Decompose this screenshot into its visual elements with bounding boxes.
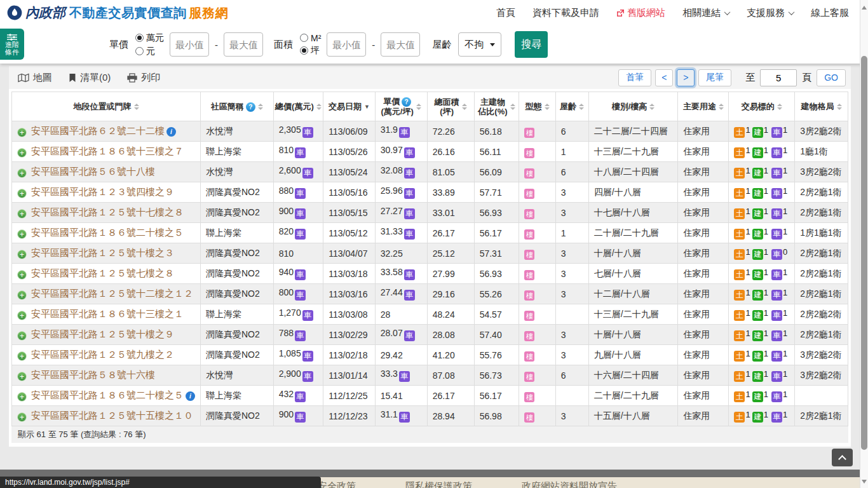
address-link[interactable]: 安平區國平北路１８６號二十樓之５ bbox=[31, 390, 184, 400]
address-link[interactable]: 安平區國平北路１２５號十樓之９ bbox=[31, 329, 174, 339]
last-page-button[interactable]: 尾筆 bbox=[698, 69, 731, 86]
nav-related-links[interactable]: 相關連結 bbox=[682, 7, 729, 19]
expand-plus-icon[interactable]: + bbox=[17, 250, 27, 259]
column-header-8[interactable]: 屋齡 bbox=[555, 92, 588, 121]
address-link[interactable]: 安平區國平北路１２５號十樓之３ bbox=[31, 247, 174, 258]
expand-plus-icon[interactable]: + bbox=[17, 392, 27, 402]
address-link[interactable]: 安平區國平北路５６號十八樓 bbox=[31, 166, 155, 177]
nav-download[interactable]: 資料下載及申請 bbox=[532, 7, 599, 19]
sort-icon[interactable] bbox=[462, 104, 467, 110]
area-max-input[interactable] bbox=[381, 32, 420, 57]
type-cell: 樓 bbox=[519, 203, 556, 223]
scrollbar-down-icon[interactable] bbox=[862, 480, 867, 484]
column-header-3[interactable]: 交易日期▼ bbox=[323, 92, 375, 121]
address-link[interactable]: 安平區國平北路１８６號二十樓之５ bbox=[31, 227, 184, 238]
expand-plus-icon[interactable]: + bbox=[17, 229, 27, 239]
nav-support[interactable]: 支援服務 bbox=[747, 7, 794, 19]
scrollbar-up-icon[interactable] bbox=[862, 6, 867, 10]
page-number-input[interactable] bbox=[760, 69, 797, 86]
address-link[interactable]: 安平區國平北路１２５號九樓之２ bbox=[31, 349, 174, 360]
column-header-9[interactable]: 樓別/樓高 bbox=[588, 92, 678, 121]
scrollbar-thumb[interactable] bbox=[861, 56, 867, 450]
expand-plus-icon[interactable]: + bbox=[17, 189, 27, 198]
expand-plus-icon[interactable]: + bbox=[17, 311, 27, 320]
address-link[interactable]: 安平區國平北路６２號二十二樓 bbox=[31, 125, 165, 136]
info-icon[interactable]: i bbox=[186, 391, 195, 401]
next-page-button[interactable]: > bbox=[677, 69, 695, 86]
expand-plus-icon[interactable]: + bbox=[17, 128, 27, 137]
column-header-5[interactable]: 總面積(坪) bbox=[427, 92, 474, 121]
prev-page-button[interactable]: < bbox=[655, 69, 673, 86]
expand-plus-icon[interactable]: + bbox=[17, 209, 27, 219]
age-select[interactable]: 不拘 bbox=[458, 32, 501, 57]
radio-wan-yuan[interactable]: 萬元 bbox=[135, 32, 164, 44]
expand-plus-icon[interactable]: + bbox=[17, 372, 27, 381]
column-header-4[interactable]: 單價?(萬元/坪) bbox=[375, 92, 427, 121]
expand-plus-icon[interactable]: + bbox=[17, 270, 27, 280]
address-link[interactable]: 安平區國平北路１２３號四樓之９ bbox=[31, 186, 174, 197]
print-button[interactable]: 列印 bbox=[127, 72, 160, 84]
expand-plus-icon[interactable]: + bbox=[17, 290, 27, 300]
radio-square-meter[interactable]: M² bbox=[300, 33, 321, 43]
column-header-0[interactable]: 地段位置或門牌 bbox=[12, 92, 201, 121]
address-link[interactable]: 安平區國平北路１８６號十三樓之１ bbox=[31, 308, 184, 319]
column-header-11[interactable]: 交易標的 bbox=[729, 92, 795, 121]
filter-bar: 進階條件 單價 萬元 元 - 面積 M² 坪 - 屋齡 不拘 搜尋 bbox=[0, 25, 868, 64]
column-header-12[interactable]: 建物格局 bbox=[795, 92, 848, 121]
expand-plus-icon[interactable]: + bbox=[17, 412, 27, 422]
unit-price-cell: 15.41 bbox=[375, 386, 427, 406]
sort-icon[interactable] bbox=[837, 104, 842, 110]
radio-yuan[interactable]: 元 bbox=[135, 46, 164, 57]
address-link[interactable]: 安平區國平北路５８號十六樓 bbox=[31, 369, 155, 380]
sort-icon[interactable] bbox=[777, 104, 782, 110]
sort-icon[interactable]: ▼ bbox=[364, 104, 370, 110]
vertical-scrollbar[interactable] bbox=[860, 0, 868, 488]
unit-price-min-input[interactable] bbox=[170, 32, 209, 57]
nav-online-service[interactable]: 線上客服 bbox=[811, 7, 849, 19]
sort-icon[interactable] bbox=[258, 104, 263, 110]
advanced-filter-button[interactable]: 進階條件 bbox=[0, 29, 24, 60]
column-header-6[interactable]: 主建物佔比(%) bbox=[474, 92, 519, 121]
building-type-badge: 樓 bbox=[524, 290, 534, 301]
sort-icon[interactable] bbox=[649, 104, 654, 110]
date-cell: 113/03/18 bbox=[323, 264, 375, 284]
unit-price-max-input[interactable] bbox=[224, 32, 263, 57]
address-link[interactable]: 安平區國平北路１２５號十二樓之１２ bbox=[31, 288, 193, 299]
radio-ping[interactable]: 坪 bbox=[300, 45, 321, 57]
address-link[interactable]: 安平區國平北路１２５號七樓之８ bbox=[31, 268, 174, 278]
expand-plus-icon[interactable]: + bbox=[17, 331, 27, 341]
nav-old-site[interactable]: 舊版網站 bbox=[616, 7, 665, 19]
nav-home[interactable]: 首頁 bbox=[496, 7, 515, 19]
column-header-10[interactable]: 主要用途 bbox=[678, 92, 729, 121]
footer-link-open-data[interactable]: 政府網站資料開放宣告 bbox=[522, 480, 617, 488]
sort-icon[interactable] bbox=[545, 104, 550, 110]
column-header-1[interactable]: 社區簡稱? bbox=[201, 92, 274, 121]
address-link[interactable]: 安平區國平北路１２５號十七樓之８ bbox=[31, 207, 184, 217]
expand-plus-icon[interactable]: + bbox=[17, 148, 27, 158]
target-count: 1 bbox=[783, 207, 787, 216]
sort-icon[interactable] bbox=[416, 104, 421, 110]
help-icon[interactable]: ? bbox=[246, 102, 255, 112]
area-min-input[interactable] bbox=[327, 32, 366, 57]
first-page-button[interactable]: 首筆 bbox=[618, 69, 651, 86]
sort-icon[interactable] bbox=[134, 104, 139, 110]
info-icon[interactable]: i bbox=[166, 127, 176, 137]
sort-icon[interactable] bbox=[579, 104, 584, 110]
address-link[interactable]: 安平區國平北路１８６號十三樓之７ bbox=[31, 146, 184, 156]
map-view-button[interactable]: 地圖 bbox=[18, 72, 52, 84]
expand-plus-icon[interactable]: + bbox=[17, 351, 27, 361]
footer-link-privacy-policy[interactable]: 隱私權保護政策 bbox=[405, 480, 472, 488]
sort-icon[interactable] bbox=[316, 104, 322, 110]
sort-icon[interactable] bbox=[510, 104, 515, 110]
go-button[interactable]: GO bbox=[817, 69, 846, 86]
expand-plus-icon[interactable]: + bbox=[17, 168, 27, 178]
column-header-2[interactable]: 總價(萬元) bbox=[273, 92, 323, 121]
help-icon[interactable]: ? bbox=[402, 97, 411, 107]
list-button[interactable]: 清單(0) bbox=[69, 72, 111, 84]
back-to-top-button[interactable] bbox=[832, 449, 853, 466]
address-link[interactable]: 安平區國平北路１２５號十五樓之１０ bbox=[31, 410, 193, 421]
sort-icon[interactable] bbox=[719, 104, 724, 110]
search-button[interactable]: 搜尋 bbox=[515, 31, 548, 58]
site-logo[interactable]: 內政部 不動產交易實價查詢 服務網 bbox=[0, 4, 228, 22]
column-header-7[interactable]: 型態 bbox=[519, 92, 556, 121]
